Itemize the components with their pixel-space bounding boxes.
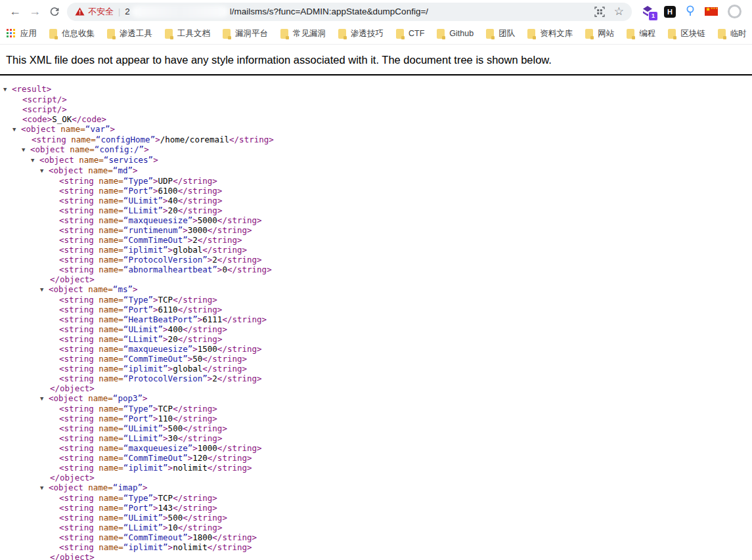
folder-icon <box>437 29 445 39</box>
xml-node-line: <string name=“LLimit”>20</string> <box>0 205 752 215</box>
xml-node-line: <string name=“ULimit”>400</string> <box>0 324 752 334</box>
bookmark-folder[interactable]: 团队 <box>486 28 515 39</box>
collapse-arrow-icon[interactable]: ▼ <box>22 145 30 155</box>
xml-node-line: <string name=“Port”>110</string> <box>0 414 752 423</box>
xml-node-line: <string name=“CommTimeout”>1800</string> <box>0 532 752 542</box>
bookmark-folder[interactable]: 信息收集 <box>49 28 95 39</box>
hackbar-letter: H <box>664 6 676 18</box>
pin-extension-icon[interactable] <box>686 5 695 18</box>
avatar-ring <box>728 5 741 18</box>
folder-icon <box>527 29 535 39</box>
bookmark-label: 区块链 <box>680 28 705 39</box>
bookmark-label: 漏洞平台 <box>235 28 268 39</box>
xml-node-line: <script/> <box>0 95 752 104</box>
xml-node-line: <string name=“ProtocolVersion”>2</string… <box>0 255 752 265</box>
bookmark-folder[interactable]: 资料文库 <box>527 28 573 39</box>
xml-node-line: <string name=“ProtocolVersion”>2</string… <box>0 374 752 383</box>
back-button[interactable]: ← <box>5 2 25 22</box>
bookmark-folder[interactable]: 常见漏洞 <box>280 28 326 39</box>
bookmark-folder[interactable]: Github <box>437 29 474 39</box>
xml-node-line: <string name=“Type”>UDP</string> <box>0 176 752 186</box>
bookmark-folder[interactable]: CTF <box>396 29 424 39</box>
xml-node-line: <string name=“HeartBeatPort”>6111</strin… <box>0 314 752 324</box>
xml-node-line: ▼<object name=“md”> <box>0 165 752 176</box>
xml-document-tree: ▼<result><script/><script/><code>S_OK</c… <box>0 75 752 560</box>
bookmark-folder[interactable]: 漏洞平台 <box>223 28 268 39</box>
bookmark-label: 临时 <box>730 28 747 39</box>
xml-node-line: <string name=“ULimit”>40</string> <box>0 196 752 205</box>
hackbar-extension-icon[interactable]: H <box>664 6 676 18</box>
collapse-arrow-icon[interactable]: ▼ <box>3 85 12 95</box>
xml-node-line: ▼<object name=“pop3”> <box>0 393 752 404</box>
xml-node-line: <string name=“LLimit”>20</string> <box>0 334 752 344</box>
purple-layers-extension-icon[interactable]: 1 <box>641 6 654 18</box>
xml-node-line: <string name=“Type”>TCP</string> <box>0 295 752 305</box>
xml-node-line: <string name=“runtimenum”>3000</string> <box>0 225 752 235</box>
qr-code-icon[interactable] <box>594 7 605 17</box>
xml-node-line: </object> <box>0 274 752 284</box>
xml-node-line: ▼<object name=“ms”> <box>0 284 752 295</box>
reload-button[interactable] <box>45 2 64 22</box>
folder-icon <box>223 29 231 39</box>
china-flag-icon: ★ ★★★★ <box>705 7 718 16</box>
xml-node-line: ▼<object name=“services”> <box>0 155 752 165</box>
folder-icon <box>585 29 593 39</box>
collapse-arrow-icon[interactable]: ▼ <box>40 394 49 404</box>
forward-button[interactable]: → <box>25 2 45 22</box>
collapse-arrow-icon[interactable]: ▼ <box>31 156 39 165</box>
xml-node-line: <string name=“LLimit”>10</string> <box>0 523 752 532</box>
xml-node-line: <string name=“CommTimeOut”>50</string> <box>0 354 752 364</box>
xml-node-line: ▼<object name=“imap”> <box>0 483 752 493</box>
not-secure-label: 不安全 <box>88 6 114 18</box>
xml-node-line: <string name=“Type”>TCP</string> <box>0 404 752 414</box>
xml-node-line: <string name=“maxqueuesize”>1500</string… <box>0 344 752 354</box>
bookmark-folder[interactable]: 编程 <box>627 28 655 39</box>
bookmark-label: 团队 <box>498 28 515 39</box>
xml-node-line: <string name=“iplimit”>global</string> <box>0 245 752 255</box>
bookmark-folder[interactable]: 临时 <box>718 28 747 39</box>
xml-node-line: <string name=“iplimit”>global</string> <box>0 364 752 374</box>
xml-node-line: <string name=“CommTimeOut”>120</string> <box>0 453 752 463</box>
folder-icon <box>280 29 288 39</box>
address-bar[interactable]: 不安全 | 2 l/mailsms/s?func=ADMIN:appState&… <box>67 3 632 21</box>
xml-node-line: <string name=“Port”>6100</string> <box>0 186 752 196</box>
xml-node-line: <string name=“ULimit”>500</string> <box>0 513 752 523</box>
bookmark-folder[interactable]: 渗透工具 <box>107 28 152 39</box>
folder-icon <box>107 29 115 39</box>
bookmark-label: 信息收集 <box>62 28 95 39</box>
page-content: This XML file does not appear to have an… <box>0 45 752 560</box>
security-warning-icon[interactable] <box>75 7 85 16</box>
apps-grid-icon <box>7 29 16 38</box>
folder-icon <box>396 29 404 39</box>
flag-extension-icon[interactable]: ★ ★★★★ <box>705 7 718 16</box>
bookmark-label: 常见漏洞 <box>293 28 326 39</box>
collapse-arrow-icon[interactable]: ▼ <box>12 125 21 135</box>
folder-icon <box>165 29 173 39</box>
bookmark-label: 渗透工具 <box>120 28 152 39</box>
bookmark-folder[interactable]: 工具文档 <box>165 28 210 39</box>
bookmark-star-icon[interactable]: ☆ <box>614 6 624 17</box>
xml-node-line: <string name=“ULimit”>500</string> <box>0 423 752 433</box>
xml-node-line: </object> <box>0 552 752 560</box>
xml-node-line: <string name=“iplimit”>nolimit</string> <box>0 542 752 552</box>
reload-icon <box>49 7 60 17</box>
xml-node-line: <string name=“iplimit”>nolimit</string> <box>0 463 752 473</box>
folder-icon <box>718 29 726 39</box>
xml-node-line: ▼<result> <box>0 84 752 95</box>
bookmark-label: Github <box>449 29 474 38</box>
folder-icon <box>668 29 676 39</box>
collapse-arrow-icon[interactable]: ▼ <box>40 166 49 176</box>
bookmark-folder[interactable]: 区块链 <box>668 28 705 39</box>
xml-node-line: <string name=“LLimit”>30</string> <box>0 433 752 443</box>
bookmark-folder[interactable]: 渗透技巧 <box>338 28 384 39</box>
collapse-arrow-icon[interactable]: ▼ <box>40 483 49 493</box>
xml-node-line: <string name=“abnormalheartbeat”>0</stri… <box>0 265 752 274</box>
profile-avatar-icon[interactable] <box>728 5 741 18</box>
collapse-arrow-icon[interactable]: ▼ <box>40 285 49 295</box>
bookmark-folder[interactable]: 网站 <box>585 28 614 39</box>
omnibox-separator: | <box>118 7 120 16</box>
xml-node-line: <string name=“maxqueuesize”>5000</string… <box>0 215 752 225</box>
xml-node-line: <string name=“Port”>6110</string> <box>0 305 752 314</box>
bookmark-apps-shortcut[interactable]: 应用 <box>7 28 37 39</box>
bookmark-label: 应用 <box>20 28 37 39</box>
